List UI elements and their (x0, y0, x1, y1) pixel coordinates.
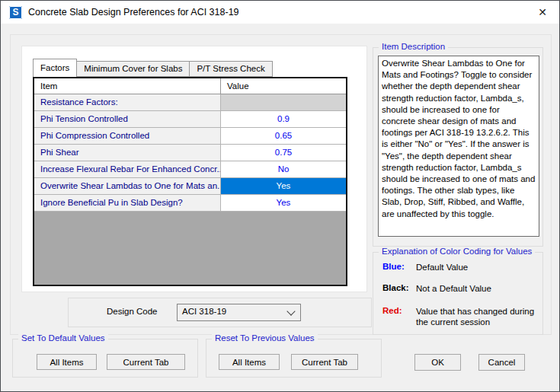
blue-meaning: Default Value (416, 262, 536, 272)
chevron-down-icon (286, 307, 295, 315)
red-label: Red: (382, 306, 416, 327)
row-value-cell[interactable]: 0.75 (221, 145, 346, 161)
item-description-text[interactable]: Overwrite Shear Lambdas to One for Mats … (378, 56, 539, 237)
table-row[interactable]: Resistance Factors: (34, 94, 346, 111)
table-row[interactable]: Ignore Beneficial Pu in Slab Design? Yes (34, 195, 346, 212)
set-default-all-items-button[interactable]: All Items (37, 354, 97, 370)
red-meaning: Value that has changed during the curren… (416, 306, 536, 327)
app-icon: S (9, 6, 22, 19)
row-item-label: Resistance Factors: (34, 94, 221, 110)
item-description-title: Item Description (379, 42, 448, 51)
set-default-title: Set To Default Values (18, 333, 108, 343)
row-value-cell[interactable]: 0.65 (221, 128, 346, 144)
cancel-button[interactable]: Cancel (478, 354, 525, 371)
row-value-cell[interactable]: Yes (221, 195, 346, 211)
tab-factors[interactable]: Factors (33, 59, 77, 77)
design-code-value: ACI 318-19 (182, 307, 226, 316)
reset-previous-title: Reset To Previous Values (212, 333, 318, 343)
tab-strip: Factors Minimum Cover for Slabs P/T Stre… (33, 59, 273, 77)
row-item-label: Phi Tension Controlled (34, 111, 221, 127)
row-item-label: Ignore Beneficial Pu in Slab Design? (34, 195, 221, 211)
tab-minimum-cover-for-slabs[interactable]: Minimum Cover for Slabs (77, 61, 190, 77)
row-value-cell[interactable]: No (221, 161, 346, 177)
set-default-current-tab-button[interactable]: Current Tab (107, 354, 185, 370)
window-title: Concrete Slab Design Preferences for ACI… (28, 7, 239, 18)
color-coding-group: Explanation of Color Coding for Values B… (373, 252, 543, 335)
row-item-label: Increase Flexural Rebar For Enhanced Con… (34, 161, 221, 177)
black-label: Black: (382, 283, 416, 294)
reset-previous-current-tab-button[interactable]: Current Tab (291, 354, 358, 370)
table-row[interactable]: Phi Shear 0.75 (34, 145, 346, 161)
preferences-table: Item Value Resistance Factors: Phi Tensi… (33, 77, 347, 286)
color-coding-entry-red: Red: Value that has changed during the c… (382, 306, 536, 327)
column-header-value: Value (221, 78, 346, 94)
row-value-cell[interactable]: 0.9 (221, 111, 346, 127)
color-coding-entry-blue: Blue: Default Value (382, 262, 536, 272)
table-header-row: Item Value (34, 78, 346, 94)
title-bar: S Concrete Slab Design Preferences for A… (1, 1, 559, 24)
close-icon[interactable]: ✕ (526, 1, 559, 24)
table-row[interactable]: Increase Flexural Rebar For Enhanced Con… (34, 161, 346, 178)
color-coding-title: Explanation of Color Coding for Values (379, 247, 535, 256)
black-meaning: Not a Default Value (416, 283, 536, 294)
set-default-group: Set To Default Values All Items Current … (12, 339, 198, 378)
blue-label: Blue: (382, 262, 416, 272)
column-header-item: Item (34, 78, 221, 94)
tab-panel: Factors Minimum Cover for Slabs P/T Stre… (21, 46, 367, 292)
row-item-label: Phi Compression Controlled (34, 128, 221, 144)
table-row[interactable]: Phi Tension Controlled 0.9 (34, 111, 346, 128)
design-code-label: Design Code (107, 307, 157, 316)
row-item-label: Phi Shear (34, 145, 221, 161)
reset-previous-all-items-button[interactable]: All Items (219, 354, 280, 370)
design-code-group: Design Code ACI 318-19 (68, 298, 372, 327)
color-coding-entry-black: Black: Not a Default Value (382, 283, 536, 294)
row-item-label: Overwrite Shear Lambdas to One for Mats … (34, 178, 221, 194)
item-description-group: Item Description Overwrite Shear Lambdas… (373, 47, 543, 247)
row-value-cell (221, 94, 346, 110)
design-code-dropdown[interactable]: ACI 318-19 (177, 304, 301, 321)
preferences-dialog: S Concrete Slab Design Preferences for A… (0, 0, 560, 392)
table-row-selected[interactable]: Overwrite Shear Lambdas to One for Mats … (34, 178, 346, 195)
row-value-cell[interactable]: Yes (221, 178, 346, 194)
ok-button[interactable]: OK (414, 354, 461, 371)
table-row[interactable]: Phi Compression Controlled 0.65 (34, 128, 346, 145)
tab-pt-stress-check[interactable]: P/T Stress Check (190, 61, 272, 77)
reset-previous-group: Reset To Previous Values All Items Curre… (206, 339, 382, 378)
